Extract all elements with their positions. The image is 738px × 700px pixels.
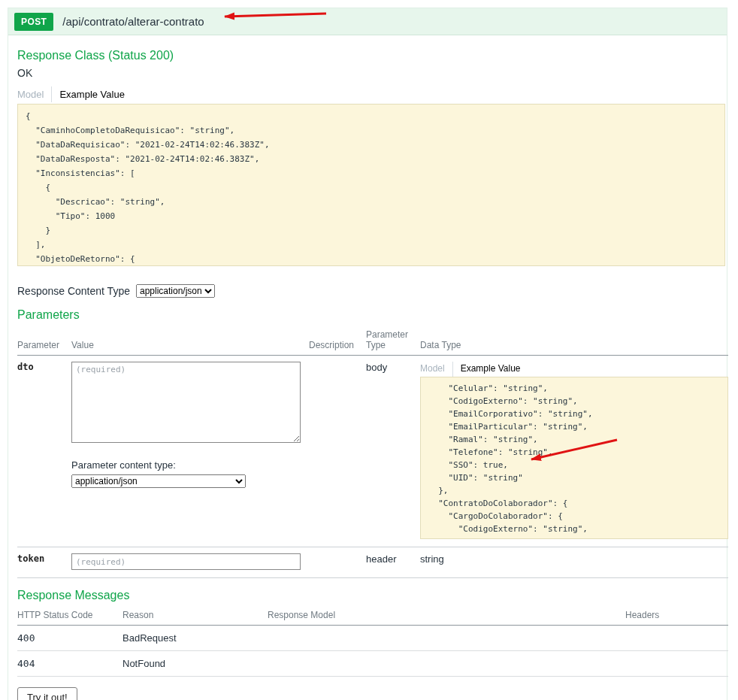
col-value: Value xyxy=(71,326,309,356)
param-name-dto: dto xyxy=(17,356,71,547)
parameters-heading: Parameters xyxy=(17,308,727,322)
param-description-token xyxy=(309,547,366,578)
response-content-type-label: Response Content Type xyxy=(17,285,130,297)
reason-badrequest: BadRequest xyxy=(122,626,268,651)
col-headers: Headers xyxy=(625,607,728,626)
tab-example-value[interactable]: Example Value xyxy=(52,86,132,102)
try-it-out-button[interactable]: Try it out! xyxy=(17,687,77,700)
headers-cell xyxy=(625,651,728,677)
parameter-content-type-label: Parameter content type: xyxy=(71,459,309,471)
operation-content: Response Class (Status 200) OK Model Exa… xyxy=(8,35,727,700)
operation-path[interactable]: /api/contrato/alterar-contrato xyxy=(62,15,204,28)
response-class-heading: Response Class (Status 200) xyxy=(17,49,727,62)
dto-value-textarea[interactable] xyxy=(71,362,301,443)
parameters-table: Parameter Value Description Parameter Ty… xyxy=(17,326,728,578)
col-description: Description xyxy=(309,326,366,356)
col-parameter-type: Parameter Type xyxy=(366,326,420,356)
response-messages-table: HTTP Status Code Reason Response Model H… xyxy=(17,607,728,677)
param-row-dto: dto Parameter content type: application/… xyxy=(17,356,728,547)
response-class-tabs: Model Example Value xyxy=(17,86,727,102)
dto-datatype-tabs: Model Example Value xyxy=(420,362,728,377)
status-code-400: 400 xyxy=(17,626,122,651)
swagger-operation-page: POST /api/contrato/alterar-contrato Resp… xyxy=(0,0,738,700)
param-name-token: token xyxy=(17,547,71,578)
token-value-input[interactable] xyxy=(71,553,301,570)
col-reason: Reason xyxy=(122,607,268,626)
response-status-text: OK xyxy=(17,67,727,79)
response-messages-header-row: HTTP Status Code Reason Response Model H… xyxy=(17,607,728,626)
response-messages-heading: Response Messages xyxy=(17,589,727,602)
status-code-404: 404 xyxy=(17,651,122,677)
param-type-token: header xyxy=(366,547,420,578)
param-datatype-token: string xyxy=(420,547,728,578)
response-message-row: 404 NotFound xyxy=(17,651,728,677)
dto-example-snippet[interactable]: "Celular": "string", "CodigoExterno": "s… xyxy=(420,377,728,539)
param-type-dto: body xyxy=(366,356,420,547)
operation-header[interactable]: POST /api/contrato/alterar-contrato xyxy=(8,8,727,35)
headers-cell xyxy=(625,626,728,651)
reason-notfound: NotFound xyxy=(122,651,268,677)
response-message-row: 400 BadRequest xyxy=(17,626,728,651)
col-http-status-code: HTTP Status Code xyxy=(17,607,122,626)
col-response-model: Response Model xyxy=(268,607,625,626)
col-data-type: Data Type xyxy=(420,326,728,356)
param-row-token: token header string xyxy=(17,547,728,578)
param-description-dto xyxy=(309,356,366,547)
parameter-content-type-select[interactable]: application/json xyxy=(71,474,246,488)
http-method-badge: POST xyxy=(14,13,53,31)
response-example-json: { "CaminhoCompletoDaRequisicao": "string… xyxy=(26,111,270,264)
response-content-type-select[interactable]: application/json xyxy=(136,284,215,298)
response-model-cell xyxy=(268,651,625,677)
col-parameter: Parameter xyxy=(17,326,71,356)
response-model-cell xyxy=(268,626,625,651)
dto-example-json: "Celular": "string", "CodigoExterno": "s… xyxy=(428,383,702,539)
response-content-type-row: Response Content Type application/json xyxy=(17,284,727,298)
parameters-header-row: Parameter Value Description Parameter Ty… xyxy=(17,326,728,356)
tab-model[interactable]: Model xyxy=(17,86,52,102)
response-example-snippet[interactable]: { "CaminhoCompletoDaRequisicao": "string… xyxy=(17,104,725,266)
dto-tab-model[interactable]: Model xyxy=(420,362,453,377)
operation-panel: POST /api/contrato/alterar-contrato Resp… xyxy=(8,8,727,700)
dto-tab-example-value[interactable]: Example Value xyxy=(453,362,528,377)
